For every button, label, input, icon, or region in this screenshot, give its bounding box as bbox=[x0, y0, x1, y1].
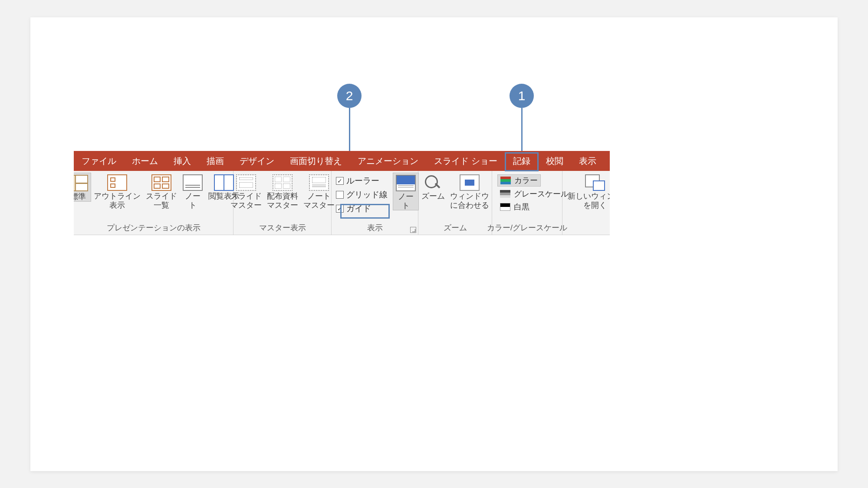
tab-file[interactable]: ファイル bbox=[74, 151, 124, 171]
tab-view[interactable]: 表示 bbox=[571, 151, 604, 171]
ribbon: ファイル ホーム 挿入 描画 デザイン 画面切り替え アニメーション スライド … bbox=[74, 151, 610, 235]
normal-view-button[interactable]: 標準 bbox=[74, 173, 91, 202]
group-window: 新しいウィント を開く bbox=[562, 171, 610, 235]
guides-checkbox-row[interactable]: ガイド bbox=[336, 203, 388, 214]
notes-pane-icon bbox=[396, 175, 416, 191]
tab-transitions[interactable]: 画面切り替え bbox=[282, 151, 350, 171]
zoom-icon bbox=[423, 174, 443, 191]
bw-swatch-icon bbox=[500, 203, 510, 211]
new-window-label: 新しいウィント を開く bbox=[568, 192, 610, 210]
notes-pane-button[interactable]: ノー ト bbox=[393, 173, 419, 210]
zoom-label: ズーム bbox=[421, 192, 445, 201]
ribbon-body: 標準 アウトライン 表示 スライド 一覧 ノー ト bbox=[74, 171, 610, 235]
gridlines-label: グリッド線 bbox=[346, 189, 388, 200]
notes-page-icon bbox=[183, 174, 203, 191]
fit-to-window-label: ウィンドウ に合わせる bbox=[450, 192, 489, 210]
bw-mode-button[interactable]: 白黒 bbox=[497, 201, 532, 213]
color-swatch-icon bbox=[500, 177, 511, 184]
grayscale-swatch-icon bbox=[500, 190, 510, 198]
tab-draw[interactable]: 描画 bbox=[199, 151, 232, 171]
guides-checkbox[interactable] bbox=[336, 205, 344, 213]
gridlines-checkbox[interactable] bbox=[336, 191, 344, 199]
group-label-show: 表示 bbox=[367, 223, 383, 234]
callout-line-1 bbox=[521, 108, 523, 153]
callout-badge-2: 2 bbox=[337, 84, 362, 108]
group-label-presentation-views: プレゼンテーションの表示 bbox=[107, 223, 201, 234]
notes-page-label: ノー ト bbox=[185, 192, 201, 210]
ribbon-tabs: ファイル ホーム 挿入 描画 デザイン 画面切り替え アニメーション スライド … bbox=[74, 151, 610, 171]
slide-card: 1 2 ファイル ホーム 挿入 描画 デザイン 画面切り替え アニメーション ス… bbox=[30, 17, 838, 471]
handout-master-button[interactable]: 配布資料 マスター bbox=[264, 173, 301, 210]
tab-insert[interactable]: 挿入 bbox=[166, 151, 199, 171]
ruler-checkbox-row[interactable]: ルーラー bbox=[336, 175, 388, 187]
group-color-grayscale: カラー グレースケール 白黒 カラー/グレースケール bbox=[492, 171, 562, 235]
notes-master-label: ノート マスター bbox=[303, 192, 335, 210]
tab-slideshow[interactable]: スライド ショー bbox=[426, 151, 505, 171]
guides-label: ガイド bbox=[346, 203, 371, 214]
group-label-zoom: ズーム bbox=[444, 223, 467, 234]
tab-record[interactable]: 記録 bbox=[505, 151, 538, 171]
outline-view-icon bbox=[107, 174, 127, 191]
grayscale-mode-button[interactable]: グレースケール bbox=[497, 188, 571, 200]
ruler-label: ルーラー bbox=[346, 175, 379, 187]
gridlines-checkbox-row[interactable]: グリッド線 bbox=[336, 189, 388, 200]
slide-sorter-button[interactable]: スライド 一覧 bbox=[143, 173, 180, 210]
tab-home[interactable]: ホーム bbox=[124, 151, 166, 171]
group-label-color-grayscale: カラー/グレースケール bbox=[487, 223, 567, 234]
bw-mode-label: 白黒 bbox=[514, 202, 529, 212]
zoom-button[interactable]: ズーム bbox=[419, 173, 447, 201]
tab-animations[interactable]: アニメーション bbox=[350, 151, 426, 171]
color-mode-label: カラー bbox=[514, 175, 538, 186]
tab-developer[interactable]: 開発 bbox=[604, 151, 610, 171]
notes-pane-label: ノー ト bbox=[398, 192, 414, 210]
color-mode-button[interactable]: カラー bbox=[497, 174, 541, 187]
slide-master-icon bbox=[236, 174, 256, 191]
group-presentation-views: 標準 アウトライン 表示 スライド 一覧 ノー ト bbox=[74, 171, 233, 235]
slide-sorter-icon bbox=[151, 174, 171, 191]
group-label-master-views: マスター表示 bbox=[259, 223, 306, 234]
outline-view-button[interactable]: アウトライン 表示 bbox=[91, 173, 143, 210]
normal-view-icon bbox=[74, 175, 88, 191]
group-show: ルーラー グリッド線 ガイド ノー ト bbox=[332, 171, 418, 235]
handout-master-icon bbox=[273, 174, 293, 191]
notes-master-icon bbox=[309, 174, 329, 191]
fit-to-window-button[interactable]: ウィンドウ に合わせる bbox=[447, 173, 492, 210]
slide-master-label: スライド マスター bbox=[230, 192, 262, 210]
fit-to-window-icon bbox=[460, 174, 480, 191]
show-group-launcher-icon[interactable] bbox=[410, 227, 416, 233]
slide-sorter-label: スライド 一覧 bbox=[146, 192, 177, 210]
slide-master-button[interactable]: スライド マスター bbox=[228, 173, 264, 210]
notes-page-button[interactable]: ノー ト bbox=[180, 173, 206, 210]
tab-review[interactable]: 校閲 bbox=[538, 151, 571, 171]
handout-master-label: 配布資料 マスター bbox=[267, 192, 298, 210]
callout-number: 2 bbox=[346, 88, 353, 103]
callout-number: 1 bbox=[518, 88, 526, 103]
group-zoom: ズーム ウィンドウ に合わせる ズーム bbox=[418, 171, 492, 235]
tab-design[interactable]: デザイン bbox=[232, 151, 282, 171]
ruler-checkbox[interactable] bbox=[336, 177, 344, 185]
new-window-button[interactable]: 新しいウィント を開く bbox=[565, 173, 610, 210]
grayscale-mode-label: グレースケール bbox=[514, 189, 569, 199]
normal-view-label: 標準 bbox=[74, 192, 86, 201]
callout-badge-1: 1 bbox=[510, 84, 534, 108]
outline-view-label: アウトライン 表示 bbox=[94, 192, 141, 210]
group-master-views: スライド マスター 配布資料 マスター ノート マスター マスター表示 bbox=[233, 171, 332, 235]
new-window-icon bbox=[585, 174, 605, 191]
